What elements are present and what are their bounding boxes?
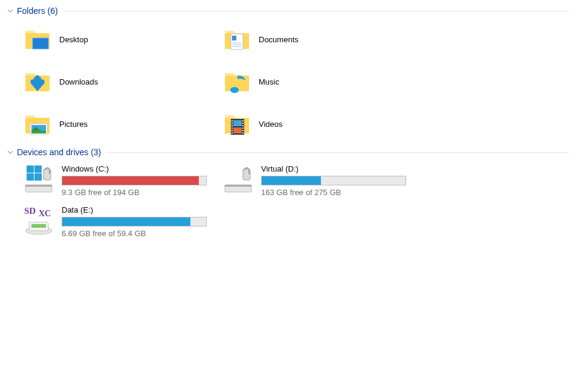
drive-item-d[interactable]: Virtual (D:) 163 GB free of 275 GB — [219, 159, 418, 201]
svg-rect-33 — [34, 173, 42, 181]
sd-card-drive-icon: SD XC — [23, 204, 57, 238]
drive-item-label: Virtual (D:) — [261, 164, 415, 173]
folder-item-label: Music — [259, 77, 279, 86]
folders-group-count: (6) — [48, 6, 58, 16]
svg-rect-30 — [27, 165, 34, 173]
drive-usage-fill — [62, 176, 199, 185]
svg-rect-26 — [242, 130, 244, 131]
drive-item-e[interactable]: SD XC Data (E:) 6.69 GB free of 59.4 GB — [19, 201, 219, 242]
svg-text:SD: SD — [24, 206, 36, 216]
folders-group-header[interactable]: Folders (6) — [7, 4, 569, 18]
svg-rect-23 — [242, 123, 244, 124]
svg-rect-10 — [31, 130, 46, 133]
chevron-down-icon — [7, 147, 13, 157]
hard-drive-icon — [222, 163, 256, 197]
desktop-folder-icon — [23, 25, 52, 54]
drive-item-label: Data (E:) — [62, 205, 215, 214]
svg-rect-20 — [231, 130, 233, 131]
svg-rect-22 — [242, 120, 244, 121]
svg-rect-17 — [231, 123, 233, 124]
svg-rect-21 — [231, 132, 233, 133]
svg-rect-15 — [233, 127, 242, 133]
drive-item-label: Windows (C:) — [62, 164, 215, 173]
drive-usage-bar — [261, 176, 406, 185]
documents-folder-icon — [222, 25, 251, 54]
drive-usage-bar — [62, 217, 207, 227]
folder-item-label: Documents — [259, 35, 299, 44]
svg-rect-24 — [242, 125, 244, 126]
drive-free-label: 9.3 GB free of 194 GB — [62, 188, 215, 197]
drives-group-header[interactable]: Devices and drives (3) — [7, 145, 569, 159]
svg-rect-27 — [242, 132, 244, 133]
svg-rect-14 — [233, 120, 242, 126]
svg-rect-31 — [34, 165, 42, 173]
chevron-down-icon — [7, 6, 13, 16]
drives-group-title: Devices and drives — [17, 147, 88, 157]
downloads-folder-icon — [23, 67, 52, 96]
svg-rect-32 — [27, 173, 34, 181]
svg-rect-25 — [242, 127, 244, 129]
folder-item-music[interactable]: Music — [219, 60, 418, 103]
pictures-folder-icon — [23, 109, 52, 138]
videos-folder-icon — [222, 109, 251, 138]
svg-rect-18 — [231, 125, 233, 126]
divider — [63, 11, 569, 11]
svg-rect-36 — [225, 185, 251, 187]
folder-item-desktop[interactable]: Desktop — [19, 18, 219, 60]
music-folder-icon — [222, 67, 251, 96]
drive-usage-fill — [62, 217, 190, 226]
folder-item-label: Downloads — [59, 77, 98, 86]
folder-item-label: Pictures — [59, 120, 88, 129]
drive-item-c[interactable]: Windows (C:) 9.3 GB free of 194 GB — [19, 159, 219, 201]
windows-drive-icon — [23, 163, 57, 197]
svg-point-7 — [230, 87, 239, 93]
svg-text:XC: XC — [39, 209, 51, 218]
folder-item-label: Videos — [259, 120, 283, 129]
drive-usage-fill — [262, 176, 321, 185]
folders-group-title: Folders — [17, 6, 45, 16]
folder-item-pictures[interactable]: Pictures — [19, 103, 219, 145]
drive-free-label: 6.69 GB free of 59.4 GB — [62, 229, 215, 238]
svg-rect-42 — [31, 224, 46, 228]
divider — [106, 152, 569, 153]
folder-item-documents[interactable]: Documents — [219, 18, 418, 60]
folder-item-videos[interactable]: Videos — [219, 103, 418, 145]
drive-free-label: 163 GB free of 275 GB — [261, 188, 415, 197]
svg-rect-19 — [231, 127, 233, 129]
folder-item-label: Desktop — [59, 35, 88, 44]
drives-group-count: (3) — [91, 147, 101, 157]
svg-rect-3 — [232, 36, 236, 40]
drive-usage-bar — [62, 176, 207, 185]
svg-rect-29 — [25, 185, 52, 187]
svg-rect-0 — [33, 38, 48, 49]
folder-item-downloads[interactable]: Downloads — [19, 60, 219, 103]
svg-rect-16 — [231, 120, 233, 121]
